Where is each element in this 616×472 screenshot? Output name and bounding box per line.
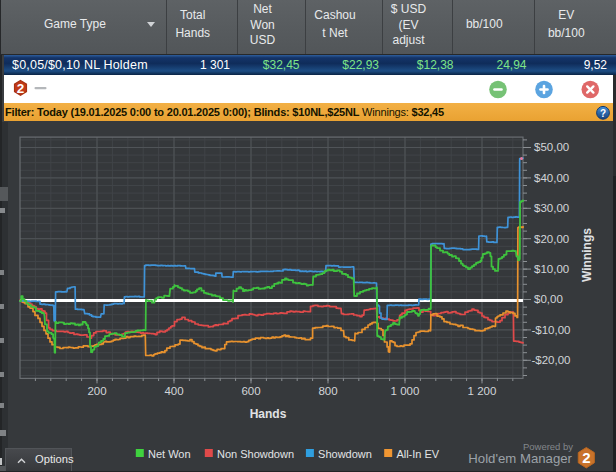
svg-text:Net Won: Net Won (148, 448, 191, 460)
svg-text:$30,00: $30,00 (534, 202, 569, 214)
svg-text:-$10,00: -$10,00 (532, 324, 571, 336)
svg-text:Showdown: Showdown (318, 448, 372, 460)
svg-text:800: 800 (318, 385, 337, 397)
svg-text:1 000: 1 000 (391, 385, 420, 397)
svg-text:-$20,00: -$20,00 (532, 354, 571, 366)
svg-text:200: 200 (87, 385, 106, 397)
svg-text:600: 600 (241, 385, 260, 397)
svg-text:Hold'em Manager: Hold'em Manager (468, 451, 572, 466)
svg-text:$20,00: $20,00 (534, 233, 569, 245)
svg-text:$10,00: $10,00 (534, 263, 569, 275)
svg-text:All-In EV: All-In EV (396, 448, 439, 460)
svg-text:Hands: Hands (250, 407, 287, 421)
svg-text:Winnings: Winnings (580, 228, 594, 282)
svg-text:$40,00: $40,00 (534, 172, 569, 184)
svg-text:$50,00: $50,00 (534, 141, 569, 153)
svg-text:400: 400 (164, 385, 183, 397)
svg-text:$0,00: $0,00 (534, 293, 563, 305)
svg-text:Non Showdown: Non Showdown (217, 448, 294, 460)
svg-text:1 200: 1 200 (468, 385, 497, 397)
svg-text:2: 2 (582, 449, 590, 466)
